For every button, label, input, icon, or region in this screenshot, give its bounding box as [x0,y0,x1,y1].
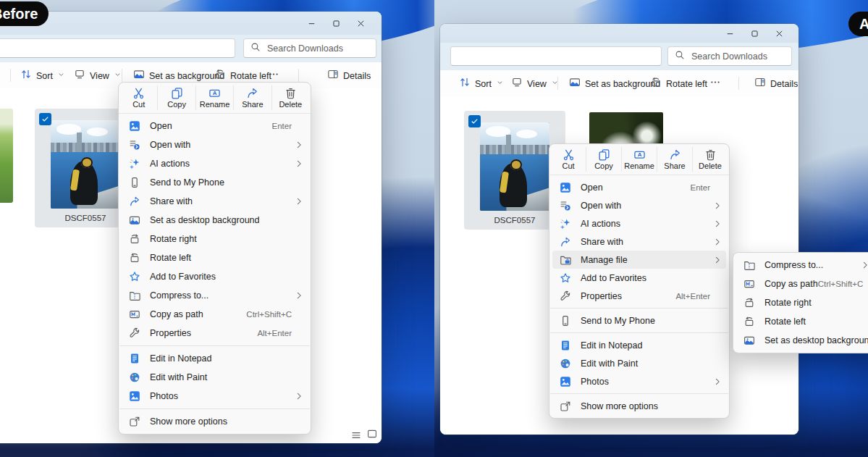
submenu-item-set-as-desktop-background[interactable]: Set as desktop background [733,331,868,350]
menu-item-open[interactable]: OpenEnter [119,117,311,135]
menu-item-send-to-my-phone[interactable]: Send to My Phone [549,311,729,330]
view-button[interactable]: View [511,77,559,91]
sort-button[interactable]: Sort [20,69,65,83]
menu-item-properties[interactable]: PropertiesAlt+Enter [119,324,311,343]
menu-item-share-with[interactable]: Share with [119,192,311,211]
menu-item-photos[interactable]: Photos [549,372,729,390]
submenu-item-compress-to[interactable]: Compress to... [733,256,868,274]
chevron-right-icon [293,139,305,151]
command-delete[interactable]: Delete [693,147,728,172]
more-options-button[interactable] [268,69,279,83]
menu-item-ai-actions[interactable]: AI actions [119,154,311,173]
submenu-item-rotate-left[interactable]: Rotate left [733,312,868,331]
panel-before: Sort View Set as background Rotate left [0,0,434,457]
menu-item-edit-in-notepad[interactable]: Edit in Notepad [119,349,311,368]
chevron-right-icon [293,309,305,320]
search-box[interactable] [243,38,376,58]
menu-item-open[interactable]: OpenEnter [549,178,729,196]
submenu-item-copy-as-path[interactable]: Copy as pathCtrl+Shift+C [733,274,868,293]
search-icon [250,42,261,55]
menu-item-send-to-my-phone[interactable]: Send to My Phone [119,173,311,192]
menu-item-icon [560,272,571,284]
command-rename[interactable]: ARename [196,85,234,110]
menu-item-rotate-left[interactable]: Rotate left [119,248,311,267]
submenu-item-rotate-right[interactable]: Rotate right [733,293,868,312]
menu-item-copy-as-path[interactable]: Copy as pathCtrl+Shift+C [119,305,311,324]
command-icon [562,148,575,161]
selection-checkbox[interactable] [468,115,481,127]
address-bar[interactable] [450,46,662,66]
menu-item-properties[interactable]: PropertiesAlt+Enter [549,287,729,305]
maximize-button[interactable] [743,26,765,41]
menu-item-manage-file[interactable]: Manage file [552,251,726,269]
command-rename[interactable]: ARename [622,147,657,172]
command-bar: CutCopyARenameShareDelete [119,83,311,114]
search-input[interactable] [690,51,785,62]
command-icon [669,148,681,161]
minimize-button[interactable] [719,26,741,41]
menu-item-show-more-options[interactable]: Show more options [549,397,729,415]
more-options-button[interactable] [709,77,721,91]
sort-icon [20,69,32,83]
menu-item-icon [560,315,571,327]
menu-item-edit-in-notepad[interactable]: Edit in Notepad [549,336,729,354]
menu-item-photos[interactable]: Photos [119,387,311,406]
view-button[interactable]: View [74,69,122,83]
rotate-left-button[interactable]: Rotate left [650,77,707,91]
menu-item-icon [743,259,755,271]
menu-item-icon [560,358,571,369]
partial-photo-thumbnail[interactable] [0,109,13,203]
menu-item-share-with[interactable]: Share with [549,232,729,251]
maximize-button[interactable] [325,16,347,31]
menu-item-icon [560,254,571,266]
address-row [440,43,799,70]
minimize-button[interactable] [300,16,322,31]
menu-items: OpenEnterOpen withAI actionsShare withMa… [549,175,729,418]
details-button[interactable]: Details [327,69,371,83]
details-button[interactable]: Details [754,77,798,91]
chevron-right-icon [293,158,305,169]
command-share[interactable]: Share [657,147,693,172]
close-button[interactable] [350,16,371,31]
set-background-button[interactable]: Set as background [133,69,224,83]
menu-item-icon [560,200,571,211]
command-cut[interactable]: Cut [120,85,158,110]
menu-item-add-to-favorites[interactable]: Add to Favorites [119,267,311,286]
chevron-right-icon [293,252,305,264]
menu-item-compress-to[interactable]: Compress to... [119,286,311,305]
sort-button[interactable]: Sort [459,77,504,91]
details-icon [327,69,339,83]
menu-item-open-with[interactable]: Open with [549,196,729,214]
selection-checkbox[interactable] [39,113,51,125]
search-input[interactable] [266,43,369,54]
chevron-right-icon [293,416,305,427]
list-view-toggle[interactable] [350,429,362,441]
ellipsis-icon [709,77,721,91]
rotate-left-button[interactable]: Rotate left [214,69,271,83]
menu-item-icon [129,290,140,301]
command-copy[interactable]: Copy [586,147,622,172]
rotate-left-icon [650,77,662,91]
menu-item-set-as-desktop-background[interactable]: Set as desktop background [119,211,311,230]
menu-item-ai-actions[interactable]: AI actions [549,214,729,232]
command-share[interactable]: Share [234,85,271,110]
menu-item-open-with[interactable]: Open with [119,135,311,154]
command-copy[interactable]: Copy [158,85,195,110]
before-badge: Before [0,1,49,26]
command-delete[interactable]: Delete [272,85,309,110]
chevron-right-icon [293,353,305,364]
command-icon: A [633,148,646,161]
search-box[interactable] [667,46,792,66]
set-background-button[interactable]: Set as background [569,77,660,91]
menu-item-edit-with-paint[interactable]: Edit with Paint [119,368,311,387]
menu-item-show-more-options[interactable]: Show more options [119,412,311,431]
thumbnail-view-toggle[interactable] [366,428,378,440]
menu-item-edit-with-paint[interactable]: Edit with Paint [549,354,729,372]
menu-item-rotate-right[interactable]: Rotate right [119,230,311,248]
command-cut[interactable]: Cut [551,147,586,172]
close-button[interactable] [768,26,790,41]
address-bar[interactable] [0,38,235,58]
menu-item-add-to-favorites[interactable]: Add to Favorites [549,269,729,287]
command-icon [246,87,258,99]
chevron-right-icon [293,327,305,339]
